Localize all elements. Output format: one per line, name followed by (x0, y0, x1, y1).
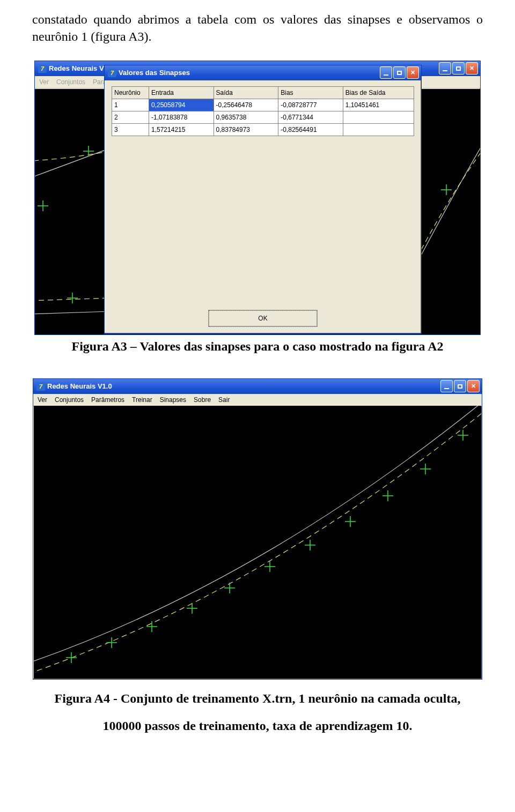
cell[interactable]: 1,57214215 (149, 123, 214, 136)
menu-ver[interactable]: Ver (38, 396, 47, 404)
cell[interactable] (343, 123, 414, 136)
figure-a3-caption: Figura A3 – Valores das sinapses para o … (32, 339, 483, 354)
menu-conjuntos: Conjuntos (56, 78, 85, 86)
menu-sair[interactable]: Sair (218, 396, 230, 404)
cell[interactable]: -0,6771344 (278, 111, 343, 123)
main-menu[interactable]: Ver Conjuntos Parâmetros Treinar Sinapse… (33, 394, 482, 406)
menu-ver: Ver (39, 78, 49, 86)
figure-a3: Redes Neurais V1.0 Ver Conjuntos Parâmet… (34, 61, 481, 335)
minimize-icon[interactable] (440, 380, 453, 392)
figure-a4-caption-line2: 100000 passos de treinamento, taxa de ap… (32, 719, 483, 733)
figure-a4: Redes Neurais V1.0 Ver Conjuntos Parâmet… (33, 378, 482, 680)
menu-sobre[interactable]: Sobre (194, 396, 211, 404)
cell[interactable]: 0,83784973 (214, 123, 278, 136)
cell[interactable]: 1,10451461 (343, 99, 414, 111)
cell[interactable] (343, 111, 414, 123)
close-icon[interactable] (407, 66, 419, 79)
table-row[interactable]: 3 1,57214215 0,83784973 -0,82564491 (112, 123, 414, 136)
close-icon[interactable] (467, 380, 480, 392)
dialog-title: Valores das Sinapses (119, 69, 380, 77)
app-icon (108, 69, 116, 77)
app-icon (38, 64, 47, 73)
cell[interactable]: 1 (112, 99, 149, 111)
close-icon[interactable] (466, 62, 478, 75)
app-icon (36, 382, 45, 391)
cell-selected[interactable]: 0,25058794 (149, 99, 214, 111)
minimize-icon[interactable] (439, 62, 451, 75)
figure-a4-caption-line1: Figura A4 - Conjunto de treinamento X.tr… (32, 691, 483, 706)
cell[interactable]: 0,9635738 (214, 111, 278, 123)
minimize-icon[interactable] (380, 66, 392, 79)
th-saida[interactable]: Saída (214, 86, 278, 99)
maximize-icon[interactable] (454, 380, 466, 392)
cell[interactable]: -0,82564491 (278, 123, 343, 136)
main-window: Redes Neurais V1.0 Ver Conjuntos Parâmet… (33, 378, 482, 680)
main-window-title: Redes Neurais V1.0 (47, 382, 440, 390)
th-bias-saida[interactable]: Bias de Saída (343, 86, 414, 99)
th-bias[interactable]: Bias (278, 86, 343, 99)
synapse-table[interactable]: Neurônio Entrada Saída Bias Bias de Saíd… (112, 86, 414, 136)
maximize-icon[interactable] (452, 62, 465, 75)
dialog-titlebar[interactable]: Valores das Sinapses (105, 65, 421, 80)
cell[interactable]: -0,25646478 (214, 99, 278, 111)
ok-button[interactable]: OK (209, 310, 317, 326)
menu-treinar[interactable]: Treinar (132, 396, 152, 404)
menu-sinapses[interactable]: Sinapses (160, 396, 186, 404)
synapse-dialog: Valores das Sinapses Neurônio Entrada Sa… (104, 65, 422, 334)
cell[interactable]: -1,07183878 (149, 111, 214, 123)
cell[interactable]: -0,08728777 (278, 99, 343, 111)
datapoints (66, 430, 468, 663)
main-window-titlebar[interactable]: Redes Neurais V1.0 (33, 379, 482, 394)
table-row[interactable]: 2 -1,07183878 0,9635738 -0,6771344 (112, 111, 414, 123)
plot-canvas (34, 406, 481, 679)
maximize-icon[interactable] (393, 66, 406, 79)
body-paragraph: constatado quando abrimos a tabela com o… (32, 11, 483, 46)
cell[interactable]: 2 (112, 111, 149, 123)
th-entrada[interactable]: Entrada (149, 86, 214, 99)
th-neuronio[interactable]: Neurônio (112, 86, 149, 99)
cell[interactable]: 3 (112, 123, 149, 136)
menu-conjuntos[interactable]: Conjuntos (55, 396, 84, 404)
table-row[interactable]: 1 0,25058794 -0,25646478 -0,08728777 1,1… (112, 99, 414, 111)
menu-parametros[interactable]: Parâmetros (91, 396, 124, 404)
